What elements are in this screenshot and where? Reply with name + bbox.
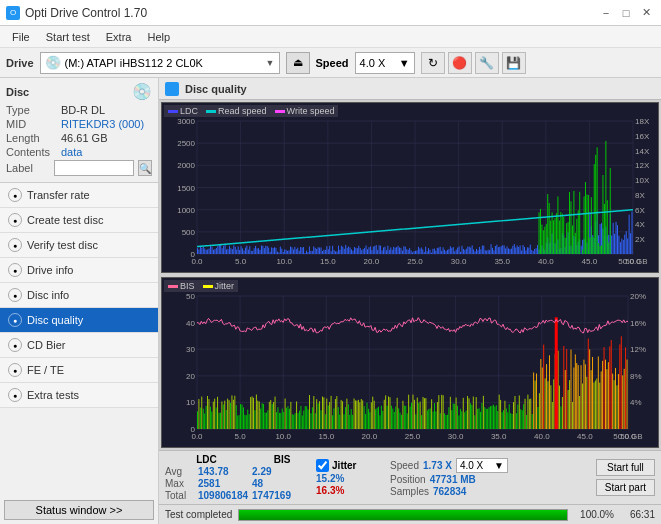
disc-label-label: Label	[6, 162, 50, 174]
stats-bis-col: BIS 2.29 48 1747169	[252, 454, 312, 501]
writespeed-legend-label: Write speed	[287, 106, 335, 116]
app-title: Opti Drive Control 1.70	[25, 6, 147, 20]
nav-icon-disc-info: ●	[8, 288, 22, 302]
drive-label: Drive	[6, 57, 34, 69]
app-icon: O	[6, 6, 20, 20]
menu-help[interactable]: Help	[139, 29, 178, 45]
position-val: 47731 MB	[430, 474, 476, 485]
disc-label-btn[interactable]: 🔍	[138, 160, 152, 176]
top-chart-canvas	[162, 103, 658, 272]
menu-file[interactable]: File	[4, 29, 38, 45]
ldc-avg-val: 143.78	[198, 466, 229, 477]
jitter-header: Jitter	[332, 460, 356, 471]
readspeed-legend-label: Read speed	[218, 106, 267, 116]
nav-label-verify: Verify test disc	[27, 239, 98, 251]
ldc-max-row: Max 2581	[165, 478, 248, 489]
drive-select-text: (M:) ATAPI iHBS112 2 CL0K	[65, 57, 262, 69]
speed-dropdown-val: 4.0 X	[460, 460, 483, 471]
disc-icon: 💿	[132, 82, 152, 101]
stats-bar: LDC Avg 143.78 Max 2581 Total 109806184 …	[159, 450, 661, 504]
nav-items: ● Transfer rate ● Create test disc ● Ver…	[0, 183, 158, 496]
jitter-header-row: Jitter	[316, 459, 386, 472]
nav-extra-tests[interactable]: ● Extra tests	[0, 383, 158, 408]
nav-drive-info[interactable]: ● Drive info	[0, 258, 158, 283]
total-label: Total	[165, 490, 195, 501]
start-buttons: Start full Start part	[596, 459, 655, 496]
disc-panel: Disc 💿 Type BD-R DL MID RITEKDR3 (000) L…	[0, 78, 158, 183]
nav-cd-bier[interactable]: ● CD Bier	[0, 333, 158, 358]
samples-row: Samples 762834	[390, 486, 592, 497]
top-chart: LDC Read speed Write speed	[161, 102, 659, 273]
jitter-avg-val: 15.2%	[316, 473, 344, 484]
nav-verify-test-disc[interactable]: ● Verify test disc	[0, 233, 158, 258]
titlebar: O Opti Drive Control 1.70 − □ ✕	[0, 0, 661, 26]
position-label: Position	[390, 474, 426, 485]
bis-avg-row: 2.29	[252, 466, 312, 477]
readspeed-legend-color	[206, 110, 216, 113]
disc-length-row: Length 46.61 GB	[6, 132, 152, 144]
ldc-total-val: 109806184	[198, 490, 248, 501]
progress-bar-container: Test completed 100.0% 66:31	[159, 504, 661, 524]
disc-section-label: Disc	[6, 86, 29, 98]
nav-create-test-disc[interactable]: ● Create test disc	[0, 208, 158, 233]
nav-label-disc-quality: Disc quality	[27, 314, 83, 326]
ldc-legend-label: LDC	[180, 106, 198, 116]
menu-start-test[interactable]: Start test	[38, 29, 98, 45]
disc-type-val: BD-R DL	[61, 104, 105, 116]
start-part-button[interactable]: Start part	[596, 479, 655, 496]
start-full-button[interactable]: Start full	[596, 459, 655, 476]
close-button[interactable]: ✕	[637, 4, 655, 22]
dq-icon	[165, 82, 179, 96]
menu-extra[interactable]: Extra	[98, 29, 140, 45]
bis-header: BIS	[252, 454, 312, 465]
ldc-avg-row: Avg 143.78	[165, 466, 248, 477]
nav-disc-info[interactable]: ● Disc info	[0, 283, 158, 308]
bottom-chart: BIS Jitter	[161, 277, 659, 448]
nav-icon-drive: ●	[8, 263, 22, 277]
jitter-max-row: 16.3%	[316, 485, 386, 496]
legend-readspeed: Read speed	[206, 106, 267, 116]
nav-fe-te[interactable]: ● FE / TE	[0, 358, 158, 383]
disc-contents-val: data	[61, 146, 82, 158]
jitter-checkbox[interactable]	[316, 459, 329, 472]
main-area: Disc 💿 Type BD-R DL MID RITEKDR3 (000) L…	[0, 78, 661, 524]
disc-mid-label: MID	[6, 118, 61, 130]
eject-button[interactable]: ⏏	[286, 52, 310, 74]
speed-dropdown[interactable]: 4.0 X ▼	[456, 458, 508, 473]
samples-val: 762834	[433, 486, 466, 497]
disc-length-val: 46.61 GB	[61, 132, 107, 144]
nav-icon-verify: ●	[8, 238, 22, 252]
disc-type-row: Type BD-R DL	[6, 104, 152, 116]
settings-button1[interactable]: 🔴	[448, 52, 472, 74]
save-button[interactable]: 💾	[502, 52, 526, 74]
writespeed-legend-color	[275, 110, 285, 113]
status-window-button[interactable]: Status window >>	[4, 500, 154, 520]
ldc-max-val: 2581	[198, 478, 220, 489]
refresh-button[interactable]: ↻	[421, 52, 445, 74]
speed-row: Speed 1.73 X 4.0 X ▼	[390, 458, 592, 473]
progress-percent: 100.0%	[574, 509, 614, 520]
disc-label-input[interactable]	[54, 160, 134, 176]
stats-speed-col: Speed 1.73 X 4.0 X ▼ Position 47731 MB S…	[390, 458, 592, 497]
nav-icon-cd-bier: ●	[8, 338, 22, 352]
drive-dropdown-arrow: ▼	[266, 58, 275, 68]
legend-bis: BIS	[168, 281, 195, 291]
drivebar: Drive 💿 (M:) ATAPI iHBS112 2 CL0K ▼ ⏏ Sp…	[0, 48, 661, 78]
bis-total-row: 1747169	[252, 490, 312, 501]
nav-icon-extra: ●	[8, 388, 22, 402]
top-legend: LDC Read speed Write speed	[164, 105, 338, 117]
disc-contents-label: Contents	[6, 146, 61, 158]
minimize-button[interactable]: −	[597, 4, 615, 22]
bis-legend-label: BIS	[180, 281, 195, 291]
bis-legend-color	[168, 285, 178, 288]
progress-label: Test completed	[165, 509, 232, 520]
settings-button2[interactable]: 🔧	[475, 52, 499, 74]
max-label: Max	[165, 478, 195, 489]
maximize-button[interactable]: □	[617, 4, 635, 22]
nav-disc-quality[interactable]: ● Disc quality	[0, 308, 158, 333]
speed-selector[interactable]: 4.0 X ▼	[355, 52, 415, 74]
window-controls: − □ ✕	[597, 4, 655, 22]
nav-transfer-rate[interactable]: ● Transfer rate	[0, 183, 158, 208]
drive-selector[interactable]: 💿 (M:) ATAPI iHBS112 2 CL0K ▼	[40, 52, 280, 74]
progress-track	[238, 509, 568, 521]
